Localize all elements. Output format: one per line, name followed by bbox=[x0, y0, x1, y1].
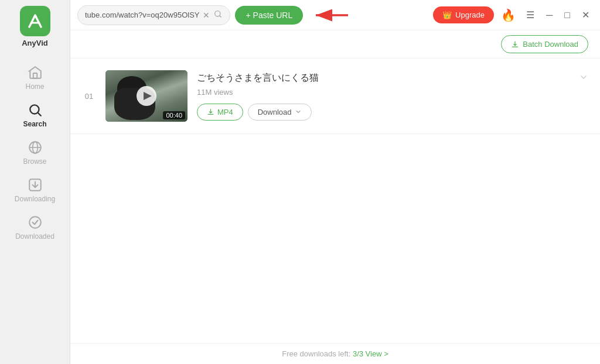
svg-line-2 bbox=[38, 113, 40, 116]
logo-area: AnyVid bbox=[20, 6, 50, 47]
footer-text-before: Free downloads left: bbox=[282, 349, 353, 358]
crown-icon: 👑 bbox=[442, 11, 452, 19]
sidebar-item-search[interactable]: Search bbox=[0, 97, 70, 134]
window-controls: ☰ ─ □ ✕ bbox=[523, 8, 593, 22]
url-display: tube.com/watch?v=oq20w95OlSY bbox=[85, 11, 199, 19]
sidebar-item-downloading[interactable]: Downloading bbox=[0, 171, 70, 209]
batch-download-label: Batch Download bbox=[523, 40, 578, 49]
close-button[interactable]: ✕ bbox=[578, 8, 593, 22]
sidebar-item-downloading-label: Downloading bbox=[15, 195, 55, 203]
svg-point-8 bbox=[29, 217, 41, 228]
download-icon bbox=[511, 40, 519, 49]
footer: Free downloads left: 3/3 View > bbox=[70, 343, 600, 364]
sidebar-item-home-label: Home bbox=[25, 83, 44, 91]
video-views: 11M views bbox=[197, 88, 570, 97]
video-actions: MP4 Download bbox=[197, 104, 570, 121]
sidebar-item-downloaded[interactable]: Downloaded bbox=[0, 209, 70, 246]
sidebar-item-downloaded-label: Downloaded bbox=[15, 232, 54, 241]
browse-icon bbox=[28, 140, 43, 155]
paste-url-button[interactable]: + Paste URL bbox=[235, 6, 303, 25]
sidebar: AnyVid Home Search Browse Downloading bbox=[0, 0, 70, 364]
download-mp4-icon bbox=[207, 108, 214, 116]
download-label: Download bbox=[258, 108, 292, 116]
maximize-button[interactable]: □ bbox=[561, 9, 574, 22]
footer-count: 3/3 bbox=[353, 349, 363, 358]
sidebar-item-home[interactable]: Home bbox=[0, 59, 70, 97]
main-panel: tube.com/watch?v=oq20w95OlSY ✕ + Paste U… bbox=[70, 0, 600, 364]
arrow-indicator bbox=[310, 6, 351, 24]
minimize-button[interactable]: ─ bbox=[543, 9, 556, 22]
chevron-down-icon bbox=[295, 108, 302, 115]
menu-button[interactable]: ☰ bbox=[523, 8, 538, 22]
video-info: ごちそうさまを言いにくる猫 11M views MP4 Download bbox=[197, 72, 570, 121]
logo-icon bbox=[20, 6, 50, 36]
search-icon bbox=[28, 102, 43, 118]
mp4-label: MP4 bbox=[217, 108, 233, 116]
clear-url-button[interactable]: ✕ bbox=[203, 11, 210, 19]
play-triangle-icon bbox=[144, 92, 152, 100]
sidebar-item-browse[interactable]: Browse bbox=[0, 134, 70, 171]
upgrade-button[interactable]: 👑 Upgrade bbox=[433, 6, 494, 23]
url-input-area[interactable]: tube.com/watch?v=oq20w95OlSY ✕ bbox=[77, 5, 230, 25]
video-number: 01 bbox=[82, 92, 96, 101]
batch-download-button[interactable]: Batch Download bbox=[501, 35, 588, 53]
search-url-icon[interactable] bbox=[213, 9, 223, 21]
titlebar: tube.com/watch?v=oq20w95OlSY ✕ + Paste U… bbox=[70, 0, 600, 30]
downloaded-icon bbox=[28, 215, 43, 230]
downloading-icon bbox=[28, 177, 43, 193]
sidebar-item-search-label: Search bbox=[23, 120, 46, 128]
download-dropdown-button[interactable]: Download bbox=[248, 104, 312, 121]
sidebar-item-browse-label: Browse bbox=[23, 157, 46, 166]
home-icon bbox=[28, 65, 43, 80]
footer-view-link[interactable]: View > bbox=[366, 349, 388, 358]
video-duration: 00:40 bbox=[163, 111, 185, 119]
svg-line-10 bbox=[220, 15, 221, 17]
bonfire-icon-button[interactable]: 🔥 bbox=[499, 6, 518, 25]
play-button[interactable] bbox=[137, 86, 156, 106]
content-area: 01 00:40 ごちそうさまを言いにくる猫 11M views bbox=[70, 59, 600, 343]
video-thumbnail[interactable]: 00:40 bbox=[105, 70, 188, 122]
toolbar: Batch Download bbox=[70, 30, 600, 59]
svg-rect-0 bbox=[33, 73, 37, 78]
app-name: AnyVid bbox=[22, 39, 48, 47]
video-title: ごちそうさまを言いにくる猫 bbox=[197, 72, 570, 84]
video-item: 01 00:40 ごちそうさまを言いにくる猫 11M views bbox=[70, 59, 600, 134]
mp4-download-button[interactable]: MP4 bbox=[197, 104, 243, 121]
expand-icon[interactable] bbox=[579, 73, 588, 84]
